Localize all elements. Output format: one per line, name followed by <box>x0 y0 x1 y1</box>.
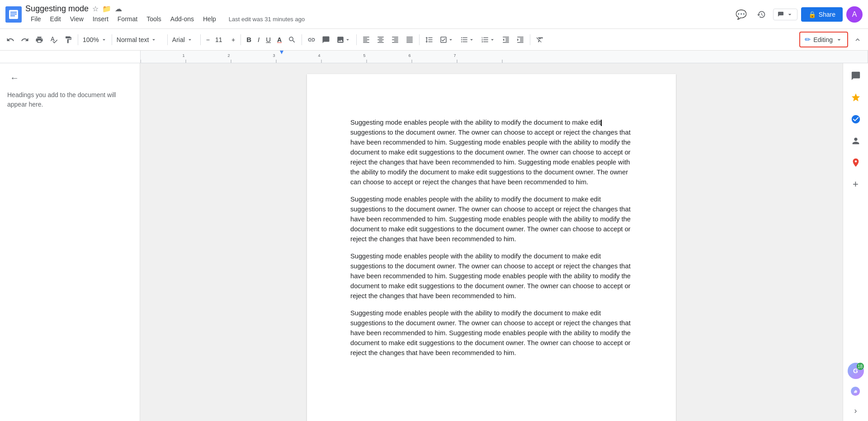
chat-icon <box>851 71 861 81</box>
align-center-icon <box>377 36 385 44</box>
align-left-button[interactable] <box>359 33 373 47</box>
svg-text:5: 5 <box>363 53 365 58</box>
zoom-select[interactable]: 100% <box>81 33 109 47</box>
svg-text:4: 4 <box>318 53 320 58</box>
comment-icon-btn[interactable]: 💬 <box>733 6 750 23</box>
pencil-edit-icon: ✏ <box>805 35 811 44</box>
font-size-increase[interactable]: + <box>229 33 238 47</box>
underline-button[interactable]: U <box>263 33 274 47</box>
menu-insert[interactable]: Insert <box>89 14 112 24</box>
document-content[interactable]: Suggesting mode enables people with the … <box>350 117 632 358</box>
comment-button[interactable] <box>319 33 333 47</box>
redo-button[interactable] <box>18 33 32 47</box>
image-icon <box>336 36 344 44</box>
suggest-mode-btn[interactable] <box>773 9 797 20</box>
editing-dropdown[interactable]: ✏ Editing <box>799 32 848 47</box>
toolbar-separator-4 <box>200 34 201 45</box>
star-icon[interactable]: ☆ <box>92 5 99 13</box>
style-select[interactable]: Normal text <box>115 33 165 47</box>
line-spacing-button[interactable] <box>422 33 436 47</box>
ai-text-icon[interactable] <box>847 383 865 401</box>
expand-panel-button[interactable]: › <box>853 404 859 417</box>
toolbar-separator-9 <box>530 34 530 45</box>
main-content: ← Headings you add to the document will … <box>0 63 868 421</box>
link-icon <box>307 36 316 44</box>
indent-less-button[interactable] <box>499 33 513 47</box>
font-chevron <box>187 37 193 43</box>
print-button[interactable] <box>33 33 46 47</box>
spellcheck-button[interactable] <box>47 33 61 47</box>
chat-panel-icon[interactable] <box>847 67 865 85</box>
document-area[interactable]: Suggesting mode enables people with the … <box>140 63 843 421</box>
ruler-marks: 1 2 3 4 5 6 7 <box>141 51 868 63</box>
align-right-icon <box>391 36 399 44</box>
menu-tools[interactable]: Tools <box>143 14 165 24</box>
ai-assistant-icon[interactable]: 18 G <box>848 363 864 379</box>
menu-view[interactable]: View <box>66 14 87 24</box>
font-select[interactable]: Arial <box>170 33 198 47</box>
bullets-chevron <box>468 37 475 43</box>
history-icon <box>757 10 766 19</box>
checklist-chevron <box>448 37 454 43</box>
star-panel-icon[interactable] <box>847 89 865 107</box>
collapse-icon <box>854 36 862 44</box>
paragraph-4: Suggesting mode enables people with the … <box>350 308 632 358</box>
ruler: 1 2 3 4 5 6 7 <box>0 51 868 63</box>
link-button[interactable] <box>305 33 318 47</box>
menu-addons[interactable]: Add-ons <box>167 14 198 24</box>
bold-button[interactable]: B <box>244 33 254 47</box>
highlight-button[interactable] <box>285 33 299 47</box>
line-spacing-icon <box>425 36 433 44</box>
svg-rect-3 <box>10 14 17 14</box>
history-icon-btn[interactable] <box>753 6 769 23</box>
paint-format-button[interactable] <box>61 33 75 47</box>
suggest-icon <box>777 11 784 18</box>
menu-help[interactable]: Help <box>199 14 220 24</box>
document-page[interactable]: Suggesting mode enables people with the … <box>307 74 676 421</box>
undo-button[interactable] <box>4 33 17 47</box>
toolbar: 100% Normal text Arial − 11 + B I U A <box>0 29 868 51</box>
sidebar-hint: Headings you add to the document will ap… <box>7 90 132 109</box>
collapse-toolbar-button[interactable] <box>851 33 864 47</box>
menu-file[interactable]: File <box>27 14 45 24</box>
font-size-select[interactable]: 11 <box>213 33 228 47</box>
toolbar-separator-1 <box>78 34 78 45</box>
style-chevron <box>151 37 157 43</box>
sidebar-back-button[interactable]: ← <box>7 70 22 85</box>
font-size-decrease[interactable]: − <box>203 33 212 47</box>
highlight-icon <box>288 36 296 44</box>
italic-button[interactable]: I <box>255 33 262 47</box>
align-center-button[interactable] <box>374 33 387 47</box>
text-color-button[interactable]: A <box>274 33 284 47</box>
bookmark-icon <box>851 93 861 103</box>
checklist-button[interactable] <box>437 33 457 47</box>
ai-write-icon <box>851 387 861 397</box>
tasks-panel-icon[interactable] <box>847 110 865 128</box>
add-panel-icon[interactable]: + <box>847 175 865 193</box>
doc-icon <box>5 6 22 23</box>
image-button[interactable] <box>334 33 354 47</box>
text-cursor <box>601 120 602 126</box>
maps-panel-icon[interactable] <box>847 154 865 172</box>
paragraph-2: Suggesting mode enables people with the … <box>350 194 632 244</box>
align-right-button[interactable] <box>388 33 402 47</box>
menu-format[interactable]: Format <box>114 14 141 24</box>
bullets-icon <box>460 36 468 44</box>
contacts-panel-icon[interactable] <box>847 132 865 150</box>
indent-more-button[interactable] <box>514 33 527 47</box>
menu-edit[interactable]: Edit <box>47 14 65 24</box>
clear-format-button[interactable] <box>533 33 547 47</box>
menu-bar: File Edit View Insert Format Tools Add-o… <box>27 14 308 24</box>
toolbar-separator-5 <box>241 34 241 45</box>
paragraph-1: Suggesting mode enables people with the … <box>350 117 632 187</box>
align-justify-button[interactable] <box>403 33 416 47</box>
maps-icon <box>851 158 861 168</box>
folder-icon[interactable]: 📁 <box>102 5 111 13</box>
share-button[interactable]: 🔒 Share <box>801 7 843 22</box>
numbered-button[interactable] <box>478 33 498 47</box>
lock-icon: 🔒 <box>808 11 816 18</box>
avatar[interactable]: A <box>846 6 863 23</box>
bullets-button[interactable] <box>458 33 477 47</box>
image-chevron <box>344 37 351 43</box>
svg-text:3: 3 <box>273 53 275 58</box>
